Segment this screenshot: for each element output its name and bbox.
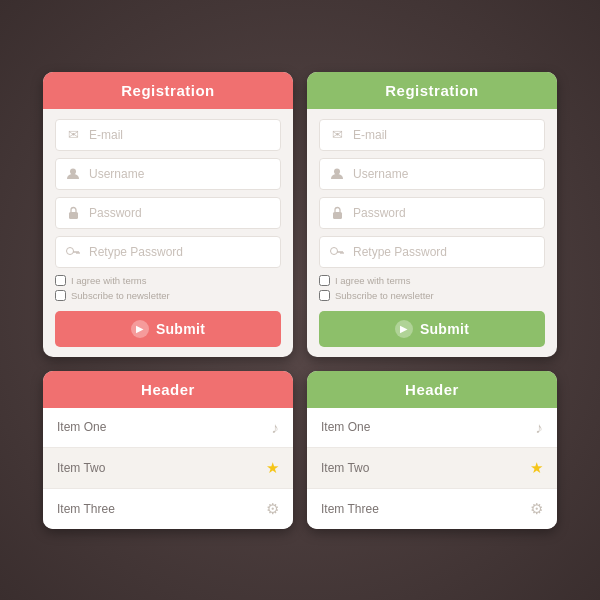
- item-one-label-green: Item One: [321, 420, 370, 434]
- music-icon-red: ♪: [272, 419, 280, 436]
- list-card-green: Header Item One ♪ Item Two ★ Item Three …: [307, 371, 557, 529]
- gear-icon-green: ⚙: [530, 500, 543, 518]
- registration-card-green: Registration ✉ E-mail Username Password: [307, 72, 557, 357]
- subscribe-row-red: Subscribe to newsletter: [55, 290, 281, 301]
- submit-label-red: Submit: [156, 321, 205, 337]
- user-icon-red: [64, 165, 82, 183]
- password-field-green[interactable]: Password: [319, 197, 545, 229]
- email-placeholder-red: E-mail: [89, 128, 272, 142]
- svg-point-6: [334, 168, 340, 174]
- card-header-green: Registration: [307, 72, 557, 109]
- lock-icon-green: [328, 204, 346, 222]
- list-header-red: Header: [43, 371, 293, 408]
- list-item-one-red[interactable]: Item One ♪: [43, 408, 293, 448]
- email-field-green[interactable]: ✉ E-mail: [319, 119, 545, 151]
- item-three-label-green: Item Three: [321, 502, 379, 516]
- subscribe-checkbox-green[interactable]: [319, 290, 330, 301]
- item-three-label-red: Item Three: [57, 502, 115, 516]
- password-placeholder-green: Password: [353, 206, 536, 220]
- list-body-green: Item One ♪ Item Two ★ Item Three ⚙: [307, 408, 557, 529]
- list-body-red: Item One ♪ Item Two ★ Item Three ⚙: [43, 408, 293, 529]
- password-field-red[interactable]: Password: [55, 197, 281, 229]
- checkboxes-green: I agree with terms Subscribe to newslett…: [319, 275, 545, 301]
- star-icon-green: ★: [530, 459, 543, 477]
- reg-body-green: ✉ E-mail Username Password Retype Passw: [307, 109, 557, 357]
- user-icon-green: [328, 165, 346, 183]
- list-item-two-green[interactable]: Item Two ★: [307, 448, 557, 489]
- agree-terms-row-green: I agree with terms: [319, 275, 545, 286]
- subscribe-row-green: Subscribe to newsletter: [319, 290, 545, 301]
- item-one-label-red: Item One: [57, 420, 106, 434]
- registration-card-red: Registration ✉ E-mail Username Password: [43, 72, 293, 357]
- submit-label-green: Submit: [420, 321, 469, 337]
- subscribe-checkbox-red[interactable]: [55, 290, 66, 301]
- retype-field-green[interactable]: Retype Password: [319, 236, 545, 268]
- play-icon-red: ▶: [131, 320, 149, 338]
- svg-point-8: [331, 247, 338, 254]
- svg-point-2: [67, 247, 74, 254]
- item-two-label-red: Item Two: [57, 461, 105, 475]
- agree-terms-checkbox-red[interactable]: [55, 275, 66, 286]
- list-header-title-red: Header: [141, 381, 195, 398]
- checkboxes-red: I agree with terms Subscribe to newslett…: [55, 275, 281, 301]
- item-two-label-green: Item Two: [321, 461, 369, 475]
- key-icon-red: [64, 243, 82, 261]
- agree-terms-label-green: I agree with terms: [335, 275, 411, 286]
- agree-terms-row-red: I agree with terms: [55, 275, 281, 286]
- username-placeholder-green: Username: [353, 167, 536, 181]
- list-card-red: Header Item One ♪ Item Two ★ Item Three …: [43, 371, 293, 529]
- submit-button-green[interactable]: ▶ Submit: [319, 311, 545, 347]
- agree-terms-label-red: I agree with terms: [71, 275, 147, 286]
- star-icon-red: ★: [266, 459, 279, 477]
- agree-terms-checkbox-green[interactable]: [319, 275, 330, 286]
- list-item-one-green[interactable]: Item One ♪: [307, 408, 557, 448]
- header-title-green: Registration: [385, 82, 479, 99]
- play-icon-green: ▶: [395, 320, 413, 338]
- username-placeholder-red: Username: [89, 167, 272, 181]
- key-icon-green: [328, 243, 346, 261]
- list-header-title-green: Header: [405, 381, 459, 398]
- music-icon-green: ♪: [536, 419, 544, 436]
- retype-placeholder-red: Retype Password: [89, 245, 272, 259]
- list-item-three-red[interactable]: Item Three ⚙: [43, 489, 293, 529]
- retype-field-red[interactable]: Retype Password: [55, 236, 281, 268]
- bottom-row: Header Item One ♪ Item Two ★ Item Three …: [43, 371, 557, 529]
- email-icon-green: ✉: [328, 126, 346, 144]
- subscribe-label-green: Subscribe to newsletter: [335, 290, 434, 301]
- email-field-red[interactable]: ✉ E-mail: [55, 119, 281, 151]
- subscribe-label-red: Subscribe to newsletter: [71, 290, 170, 301]
- svg-rect-1: [69, 212, 78, 219]
- list-header-green: Header: [307, 371, 557, 408]
- retype-placeholder-green: Retype Password: [353, 245, 536, 259]
- submit-button-red[interactable]: ▶ Submit: [55, 311, 281, 347]
- list-item-three-green[interactable]: Item Three ⚙: [307, 489, 557, 529]
- list-item-two-red[interactable]: Item Two ★: [43, 448, 293, 489]
- gear-icon-red: ⚙: [266, 500, 279, 518]
- lock-icon-red: [64, 204, 82, 222]
- password-placeholder-red: Password: [89, 206, 272, 220]
- header-title-red: Registration: [121, 82, 215, 99]
- top-row: Registration ✉ E-mail Username Password: [43, 72, 557, 357]
- svg-rect-7: [333, 212, 342, 219]
- svg-point-0: [70, 168, 76, 174]
- email-placeholder-green: E-mail: [353, 128, 536, 142]
- email-icon-red: ✉: [64, 126, 82, 144]
- reg-body-red: ✉ E-mail Username Password Retype Passw: [43, 109, 293, 357]
- username-field-green[interactable]: Username: [319, 158, 545, 190]
- username-field-red[interactable]: Username: [55, 158, 281, 190]
- card-header-red: Registration: [43, 72, 293, 109]
